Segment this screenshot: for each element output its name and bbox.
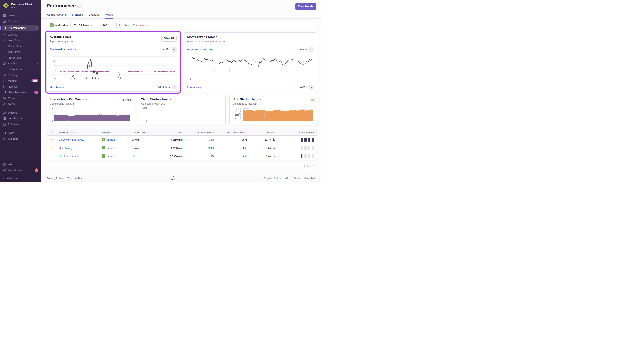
chevron-down-icon <box>66 24 68 26</box>
transaction-link[interactable]: EmpowerPlantActivity <box>50 48 76 51</box>
sidebar-item-help[interactable]: Help <box>0 162 41 167</box>
column-header-slow-frame[interactable]: SLOW FRAME % <box>185 131 217 134</box>
sidebar-item-label: Help <box>8 163 39 166</box>
column-header-frozen-frame[interactable]: FROZEN FRAME % <box>217 131 249 134</box>
sidebar-item-crons[interactable]: Crons <box>0 95 41 101</box>
column-header-transaction[interactable]: TRANSACTION <box>56 131 99 134</box>
sidebar-item-profiling[interactable]: Profiling <box>0 72 41 78</box>
sidebar-item-web-vitals[interactable]: Web Vitals <box>0 38 41 43</box>
project-link[interactable]: android <box>107 146 115 150</box>
org-subtitle: Nar <box>11 6 35 9</box>
view-all-button[interactable]: View All <box>161 35 177 42</box>
crons-icon <box>3 96 6 100</box>
column-header-user-misery[interactable]: USER MISERY <box>277 131 317 134</box>
sidebar-item-label: User Feedback <box>8 91 32 94</box>
chevron-up-icon <box>310 49 312 50</box>
column-header-users[interactable]: USERS <box>249 131 277 134</box>
cold-startup-dropdown[interactable]: Cold Startup Time <box>232 98 314 101</box>
project-filter[interactable]: android <box>47 22 71 29</box>
collapse-label: Collapse <box>7 176 18 180</box>
sidebar-item-screen-loads[interactable]: Screen Loads <box>0 43 41 49</box>
star-column-header[interactable]: ★ <box>47 130 56 134</box>
android-project-icon <box>102 154 105 158</box>
sidebar-item-metrics[interactable]: Metricsbeta <box>0 78 41 84</box>
environment-filter[interactable]: All Envs <box>71 22 95 29</box>
previous-page-button[interactable] <box>304 163 311 169</box>
transaction-link[interactable]: checkout [android] <box>59 155 80 158</box>
column-header-operation[interactable]: OPERATION <box>129 131 160 134</box>
table-body: ★EmpowerPlantActivityandroidui.load0.250… <box>47 136 317 160</box>
sidebar-item-issues[interactable]: Issues <box>0 12 41 18</box>
sidebar-item-queries[interactable]: Queries <box>0 32 41 38</box>
footer-link-contribute[interactable]: Contribute <box>304 177 316 180</box>
expand-row-button[interactable] <box>309 85 314 90</box>
tab-frontend[interactable]: Frontend <box>72 12 83 19</box>
collapse-row-button[interactable] <box>309 47 314 52</box>
project-link[interactable]: android <box>107 138 115 141</box>
sidebar-item-app-starts[interactable]: App Starts <box>0 49 41 55</box>
metrics-icon <box>3 79 6 82</box>
column-header-tpm[interactable]: TPM↓ <box>160 131 185 134</box>
warm-startup-dropdown[interactable]: Warm Startup Time <box>141 98 222 101</box>
tab-all-transactions[interactable]: All Transactions <box>47 12 67 19</box>
view-trends-button[interactable]: View Trends <box>295 3 316 10</box>
bullet-icon <box>3 33 6 36</box>
transaction-link[interactable]: MainActivity <box>187 86 202 89</box>
star-toggle[interactable]: ☆ <box>47 146 56 150</box>
org-name: Empower Plant <box>11 2 32 6</box>
sidebar-item-interactions[interactable]: Interactions <box>0 66 41 72</box>
sidebar-item-what-s-new[interactable]: What's new5 <box>0 167 41 173</box>
sidebar-item-discover[interactable]: Discover <box>0 110 41 116</box>
search-input[interactable] <box>124 24 314 27</box>
sidebar-item-stats[interactable]: Stats <box>0 130 41 136</box>
help-icon[interactable]: ? <box>77 5 81 8</box>
project-link[interactable]: android <box>107 155 115 158</box>
sidebar-item-resources[interactable]: Resources <box>0 55 41 60</box>
projects-icon <box>3 20 6 23</box>
svg-text:6s: 6s <box>54 69 56 71</box>
star-toggle[interactable]: ☆ <box>47 154 56 158</box>
settings-icon <box>3 137 6 140</box>
most-frozen-frames-dropdown[interactable]: Most Frozen Frames <box>187 35 226 39</box>
footer-link-service-status[interactable]: Service Status <box>264 177 281 180</box>
frozen-frame-cell: 25% <box>217 138 249 141</box>
badge: beta <box>31 79 39 82</box>
org-switcher[interactable]: Empower Plant Nar <box>0 0 41 11</box>
transaction-link[interactable]: MainActivity <box>50 86 64 89</box>
average-ttids-dropdown[interactable]: Average TTIDs <box>50 35 74 38</box>
sidebar-item-settings[interactable]: Settings <box>0 136 41 142</box>
chevron-down-icon <box>90 24 92 26</box>
sidebar-item-label: Settings <box>8 137 39 140</box>
star-toggle[interactable]: ★ <box>47 138 56 142</box>
average-ttids-chart: 15s12s9s6s3s0 <box>47 53 180 82</box>
transaction-link[interactable]: MainActivity <box>59 146 73 150</box>
transaction-value: 4.92s <box>163 48 170 51</box>
tpm-dropdown[interactable]: Transactions Per Minute <box>50 98 131 101</box>
sidebar-item-dashboards[interactable]: Dashboards <box>0 116 41 121</box>
collapse-row-button[interactable] <box>172 47 177 52</box>
environment-icon <box>74 24 77 27</box>
footer-link-terms-of-use[interactable]: Terms of Use <box>67 177 83 180</box>
tab-mobile[interactable]: Mobile <box>105 12 113 19</box>
date-range-filter[interactable]: 30D <box>95 22 113 29</box>
transaction-link[interactable]: EmpowerPlantActivity <box>59 138 84 141</box>
sidebar-item-releases[interactable]: Releases <box>0 121 41 127</box>
sidebar-item-alerts[interactable]: Alerts <box>0 101 41 107</box>
column-header-project[interactable]: PROJECT <box>99 131 129 134</box>
sidebar-item-starfish[interactable]: Starfish <box>0 60 41 66</box>
collapse-button[interactable]: Collapse <box>0 174 41 182</box>
sidebar-item-replays[interactable]: Replays <box>0 84 41 90</box>
footer-link-docs[interactable]: Docs <box>294 177 300 180</box>
svg-text:3s: 3s <box>54 73 56 76</box>
footer-link-privacy-policy[interactable]: Privacy Policy <box>47 177 63 180</box>
footer-link-api[interactable]: API <box>285 177 289 180</box>
transaction-link[interactable]: EmpowerPlantActivity <box>187 48 213 51</box>
svg-text:1: 1 <box>190 55 191 58</box>
sidebar-item-user-feedback[interactable]: User FeedbackB <box>0 90 41 95</box>
next-page-button[interactable] <box>311 163 317 169</box>
expand-row-button[interactable] <box>172 85 177 90</box>
sidebar-item-projects[interactable]: Projects <box>0 18 41 24</box>
tab-backend[interactable]: Backend <box>88 12 100 19</box>
sidebar-item-performance[interactable]: Performance <box>2 25 39 31</box>
user-misery-bar <box>277 138 317 142</box>
